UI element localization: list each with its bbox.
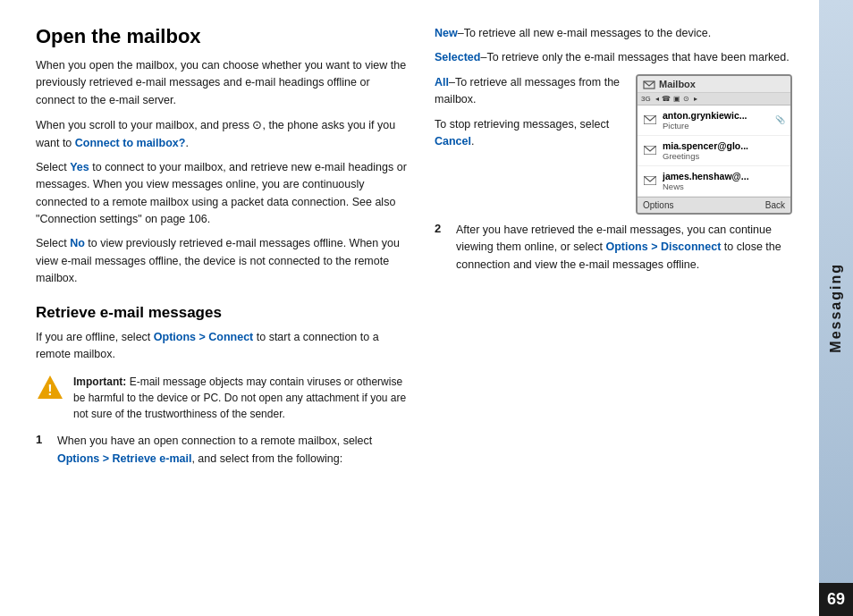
para1: When you open the mailbox, you can choos… — [36, 57, 408, 109]
numbered-item-1: 1 When you have an open connection to a … — [36, 433, 408, 468]
page-number: 69 — [819, 583, 853, 616]
email-info-1: anton.grynkiewic... Picture — [663, 110, 770, 131]
no-link: No — [70, 237, 85, 249]
yes-link: Yes — [70, 161, 89, 173]
warning-label: Important: — [73, 376, 126, 388]
sidebar-tab: Messaging 69 — [819, 0, 853, 616]
email-subject-2: Greetings — [663, 151, 785, 161]
email-item-2: mia.spencer@glo... Greetings — [638, 136, 790, 166]
phone-title: Mailbox — [659, 79, 696, 89]
selected-text: To retrieve only the e-mail messages tha… — [486, 51, 789, 63]
all-text: To retrieve all messages from the mailbo… — [435, 76, 620, 105]
phone-options-button[interactable]: Options — [643, 200, 673, 210]
para4: Select No to view previously retrieved e… — [36, 235, 408, 287]
email-envelope-icon-1 — [643, 113, 657, 127]
email-sender-3: james.henshaw@... — [663, 171, 785, 181]
stop-text: To stop retrieving messages, select — [435, 118, 609, 131]
all-section: Mailbox 3G ◂ ☎ ▣ ⊙ ▸ — [435, 74, 792, 222]
new-text: To retrieve all new e-mail messages to t… — [464, 27, 712, 39]
para3-text: to connect to your mailbox, and retrieve… — [36, 161, 407, 225]
selected-label: Selected — [435, 51, 480, 63]
main-title: Open the mailbox — [36, 25, 408, 48]
left-column: Open the mailbox When you open the mailb… — [36, 25, 408, 598]
warning-icon: ! — [36, 374, 64, 403]
phone-status-bar: 3G ◂ ☎ ▣ ⊙ ▸ — [638, 93, 790, 105]
numbered-item-2: 2 After you have retrieved the e-mail me… — [435, 222, 792, 274]
item-number-2: 2 — [435, 222, 447, 274]
email-subject-3: News — [663, 181, 785, 191]
numbered1-suffix: , and select from the following: — [191, 452, 342, 465]
options-disconnect-link[interactable]: Options > Disconnect — [605, 240, 721, 253]
para5: If you are offline, select Options > Con… — [36, 329, 408, 364]
new-para: New–To retrieve all new e-mail messages … — [435, 25, 792, 42]
numbered1-text: When you have an open connection to a re… — [57, 433, 408, 468]
mailbox-icon — [643, 79, 655, 89]
right-column: New–To retrieve all new e-mail messages … — [435, 25, 792, 598]
sidebar-label: Messaging — [828, 263, 844, 353]
para2-end: . — [185, 137, 188, 149]
phone-title-bar: Mailbox — [638, 76, 790, 93]
sub-title: Retrieve e-mail messages — [36, 304, 408, 322]
email-envelope-icon-3 — [643, 173, 657, 188]
phone-back-button[interactable]: Back — [765, 200, 785, 210]
para2-prefix: When you scroll to your mailbox, and pre… — [36, 119, 252, 131]
status-icons: 3G — [641, 95, 651, 103]
email-sender-2: mia.spencer@glo... — [663, 140, 785, 151]
email-envelope-icon-2 — [643, 143, 657, 157]
email-info-3: james.henshaw@... News — [663, 171, 785, 191]
options-retrieve-link[interactable]: Options > Retrieve e-mail — [57, 452, 191, 465]
options-connect-link[interactable]: Options > Connect — [154, 331, 253, 343]
numbered1-prefix: When you have an open connection to a re… — [57, 435, 372, 447]
email-info-2: mia.spencer@glo... Greetings — [663, 140, 785, 161]
connect-to-mailbox-link[interactable]: Connect to mailbox? — [75, 137, 186, 149]
numbered2-text: After you have retrieved the e-mail mess… — [456, 222, 792, 274]
new-dash: – — [458, 27, 464, 39]
para2: When you scroll to your mailbox, and pre… — [36, 116, 408, 152]
item-number-1: 1 — [36, 433, 48, 468]
nav-button-icon: ⊙ — [252, 118, 262, 131]
para5-prefix: If you are offline, select — [36, 331, 154, 343]
warning-box: ! Important: E-mail message objects may … — [36, 374, 408, 422]
email-item-1: anton.grynkiewic... Picture 📎 — [638, 105, 790, 136]
attach-icon-1: 📎 — [775, 115, 785, 124]
para3: Select Yes to connect to your mailbox, a… — [36, 159, 408, 229]
phone-mockup: Mailbox 3G ◂ ☎ ▣ ⊙ ▸ — [636, 74, 792, 215]
svg-text:!: ! — [47, 383, 52, 398]
selected-para: Selected–To retrieve only the e-mail mes… — [435, 49, 792, 66]
stop-end: . — [471, 135, 474, 148]
all-dash: – — [449, 76, 455, 89]
all-label: All — [435, 76, 449, 89]
phone-email-list: anton.grynkiewic... Picture 📎 — [638, 105, 790, 197]
para4-text: to view previously retrieved e-mail mess… — [36, 237, 400, 284]
email-item-3: james.henshaw@... News — [638, 166, 790, 197]
cancel-link[interactable]: Cancel — [435, 135, 471, 148]
main-content: Open the mailbox When you open the mailb… — [0, 0, 819, 616]
email-sender-1: anton.grynkiewic... — [663, 110, 770, 121]
para4-prefix: Select — [36, 237, 70, 249]
email-subject-1: Picture — [663, 121, 770, 131]
warning-text: Important: E-mail message objects may co… — [73, 374, 408, 422]
phone-bottom-bar: Options Back — [638, 197, 790, 213]
new-label: New — [435, 27, 458, 39]
para3-prefix: Select — [36, 161, 70, 173]
